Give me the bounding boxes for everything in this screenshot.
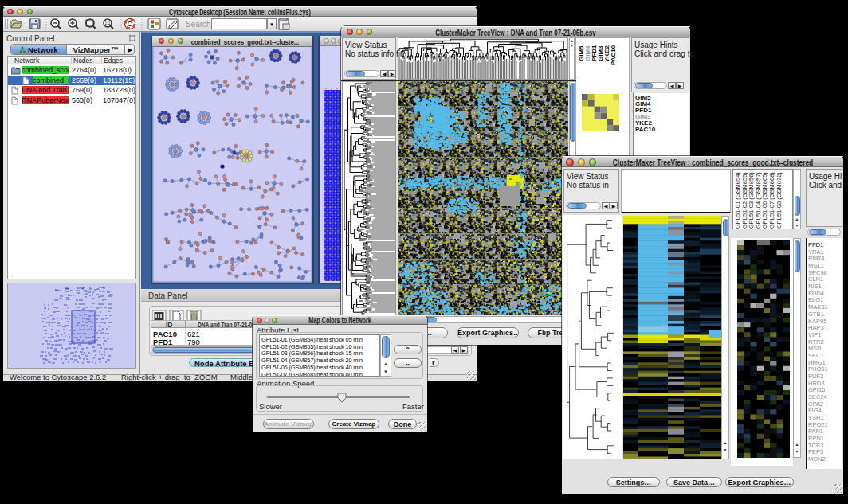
svg-text:1:1: 1:1 [105, 21, 111, 25]
svg-text:Search:: Search: [186, 20, 213, 29]
